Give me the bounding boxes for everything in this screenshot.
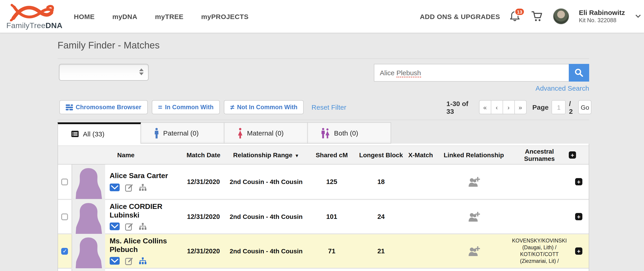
column-header-ancestral-surnames[interactable]: Ancestral Surnames	[510, 148, 569, 162]
advanced-search-link[interactable]: Advanced Search	[498, 84, 589, 92]
female-icon	[238, 128, 243, 138]
first-page-button[interactable]: «	[479, 100, 491, 114]
go-button[interactable]: Go	[578, 100, 592, 114]
link-relationship-icon[interactable]	[468, 246, 480, 256]
page-number-input[interactable]	[552, 100, 566, 114]
nav-mydna[interactable]: myDNA	[112, 12, 137, 20]
match-date: 12/31/2020	[180, 164, 227, 199]
nav-myprojects[interactable]: myPROJECTS	[201, 12, 248, 20]
search-button[interactable]	[569, 64, 589, 82]
top-right-cluster: ADD ONS & UPGRADES 13 Eli Rabinowitz Kit…	[420, 0, 641, 33]
family-tree-icon[interactable]	[139, 258, 147, 265]
in-common-with-button[interactable]: = In Common With	[152, 100, 220, 114]
column-header-shared-cm[interactable]: Shared cM	[305, 151, 358, 158]
column-header-longest-block[interactable]: Longest Block	[358, 151, 404, 158]
familytreedna-logo[interactable]: FamilyTreeDNA	[6, 1, 65, 31]
note-icon[interactable]	[125, 257, 133, 265]
email-icon[interactable]	[110, 184, 120, 191]
notifications-button[interactable]: 13	[510, 10, 522, 23]
page-total: / 2	[569, 100, 575, 115]
tab-paternal-label: Paternal (0)	[163, 129, 199, 137]
table-header-row: Name Match Date Relationship Range▼ Shar…	[58, 146, 589, 164]
expand-row-icon[interactable]: +	[575, 213, 582, 220]
match-avatar	[72, 268, 105, 271]
table-row: Alice CORDIER Lubinski 12/31/2020 2nd Co…	[58, 199, 589, 234]
main-nav: HOME myDNA myTREE myPROJECTS	[74, 0, 248, 33]
email-icon[interactable]	[110, 223, 120, 230]
addons-upgrades-link[interactable]: ADD ONS & UPGRADES	[420, 12, 500, 20]
reset-filter-link[interactable]: Reset Filter	[312, 103, 346, 111]
match-avatar	[72, 200, 105, 234]
match-name[interactable]: Alice Sara Carter	[110, 172, 168, 180]
page-label: Page	[532, 103, 548, 111]
family-tree-icon[interactable]	[139, 223, 147, 230]
column-header-match-date[interactable]: Match Date	[180, 151, 227, 158]
family-finder-page: FamilyTreeDNA HOME myDNA myTREE myPROJEC…	[0, 0, 644, 271]
nav-home[interactable]: HOME	[74, 12, 95, 20]
row-checkbox-checked[interactable]: ✓	[62, 248, 68, 254]
table-row: Alice Sara Carter 12/31/2020 2nd Cousin …	[58, 164, 589, 199]
expand-row-icon[interactable]: +	[575, 248, 582, 255]
both-parents-icon	[321, 128, 330, 138]
matches-table: Name Match Date Relationship Range▼ Shar…	[58, 144, 589, 271]
tab-all[interactable]: All (33)	[58, 122, 141, 144]
search-input[interactable]: Alice Plebush	[374, 64, 569, 82]
chromosome-browser-icon	[66, 104, 73, 110]
tab-maternal[interactable]: Maternal (0)	[224, 122, 308, 144]
note-icon[interactable]	[125, 183, 133, 192]
filter-select[interactable]	[59, 64, 149, 81]
prev-page-button[interactable]: ‹	[490, 100, 503, 114]
x-match	[404, 234, 438, 268]
longest-block: 24	[358, 200, 404, 234]
note-icon[interactable]	[125, 222, 133, 231]
table-row-selected: ✓ Ms. Alice Collins Plebuch 12/31/2020 2…	[58, 234, 589, 268]
row-action-icons	[110, 257, 147, 265]
result-range: 1-30 of 33	[446, 100, 472, 115]
ancestral-surnames	[510, 200, 569, 234]
user-info[interactable]: Eli Rabinowitz Kit No. 322088	[579, 8, 625, 24]
search-value: Alice Plebush	[380, 69, 421, 76]
search-icon	[574, 68, 584, 78]
column-header-linked-relationship[interactable]: Linked Relationship	[438, 151, 510, 158]
x-match	[404, 164, 438, 199]
match-date: 12/31/2020	[180, 200, 227, 234]
chromosome-browser-button[interactable]: Chromosome Browser	[59, 100, 148, 114]
row-checkbox[interactable]	[62, 213, 68, 220]
dna-helix-icon	[10, 2, 58, 21]
longest-block: 18	[358, 164, 404, 199]
tab-maternal-label: Maternal (0)	[247, 129, 284, 137]
match-date: 12/31/2020	[180, 234, 227, 268]
row-checkbox[interactable]	[62, 178, 68, 185]
column-header-relationship-range[interactable]: Relationship Range▼	[227, 151, 305, 158]
column-header-name[interactable]: Name	[72, 151, 180, 158]
link-relationship-icon[interactable]	[468, 212, 480, 222]
ancestral-surnames: KOVENSKY/KOVINSKI (Daugai, Lith) / KOT/K…	[510, 234, 569, 268]
tab-both[interactable]: Both (0)	[308, 122, 391, 144]
tab-all-label: All (33)	[83, 130, 104, 138]
pagination: 1-30 of 33 « ‹ › » Page / 2 Go	[446, 100, 592, 114]
kit-number: Kit No. 322088	[579, 17, 625, 24]
shared-cm: 101	[305, 200, 358, 234]
pagination-buttons: « ‹ › »	[479, 100, 526, 114]
select-stepper-icon	[139, 68, 144, 75]
match-name[interactable]: Ms. Alice Collins Plebuch	[110, 237, 180, 254]
ancestral-surnames	[510, 164, 569, 199]
column-header-x-match[interactable]: X-Match	[404, 151, 438, 158]
last-page-button[interactable]: »	[514, 100, 526, 114]
link-relationship-icon[interactable]	[468, 176, 480, 187]
row-action-icons	[110, 222, 147, 231]
nav-mytree[interactable]: myTREE	[155, 12, 184, 20]
family-tree-icon[interactable]	[139, 184, 147, 191]
cart-button[interactable]	[531, 10, 544, 23]
user-avatar[interactable]	[553, 8, 570, 24]
shared-cm: 125	[305, 164, 358, 199]
tab-paternal[interactable]: Paternal (0)	[141, 122, 224, 144]
match-name[interactable]: Alice CORDIER Lubinski	[110, 202, 180, 219]
not-in-common-with-button[interactable]: ≠ Not In Common With	[224, 100, 304, 114]
email-icon[interactable]	[110, 257, 120, 265]
next-page-button[interactable]: ›	[502, 100, 514, 114]
add-column-icon[interactable]: +	[569, 151, 576, 158]
chevron-down-icon[interactable]	[636, 14, 641, 18]
expand-row-icon[interactable]: +	[575, 178, 582, 185]
match-toolbar: Chromosome Browser = In Common With ≠ No…	[59, 100, 346, 114]
